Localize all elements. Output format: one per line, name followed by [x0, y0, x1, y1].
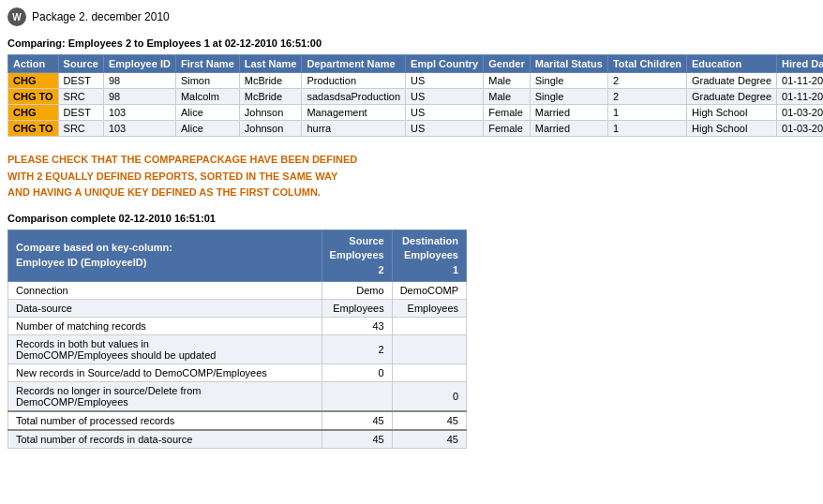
table-cell: Male — [484, 89, 531, 105]
summary-row: Total number of processed records4545 — [8, 411, 467, 430]
summary-label: Records in both but values inDemoCOMP/Em… — [8, 334, 322, 363]
table-cell: 98 — [103, 89, 175, 105]
table-cell: sadasdsaProduction — [302, 89, 406, 105]
page-title: Package 2. december 2010 — [32, 10, 170, 23]
table-cell: Married — [530, 121, 607, 137]
summary-col-dst-header: DestinationEmployees 1 — [392, 230, 466, 281]
summary-row: Records no longer in source/Delete from … — [8, 381, 467, 411]
table-cell: CHG — [8, 105, 59, 121]
table-cell: 1 — [607, 121, 686, 137]
col-employee-id: Employee ID — [103, 55, 175, 73]
summary-row: Total number of records in data-source45… — [8, 430, 467, 449]
summary-label: Connection — [8, 281, 322, 299]
summary-row: New records in Source/add to DemoCOMP/Em… — [8, 363, 467, 381]
summary-dst-val: Employees — [392, 299, 466, 317]
summary-table: Compare based on key-column:Employee ID … — [7, 230, 467, 449]
table-cell: 01-11-2008 — [777, 73, 823, 89]
summary-label: Data-source — [8, 299, 322, 317]
summary-dst-val: 45 — [392, 411, 466, 430]
summary-src-val: 45 — [322, 430, 392, 449]
table-cell: CHG TO — [8, 121, 59, 137]
table-cell: 01-03-2009 — [777, 105, 823, 121]
summary-dst-val — [392, 363, 466, 381]
table-cell: 2 — [607, 89, 686, 105]
summary-row: ConnectionDemoDemoCOMP — [8, 281, 467, 299]
summary-label: Total number of records in data-source — [8, 430, 322, 449]
summary-row: Number of matching records43 — [8, 317, 467, 334]
summary-label: New records in Source/add to DemoCOMP/Em… — [8, 363, 322, 381]
table-cell: Single — [530, 73, 607, 89]
table-cell: US — [406, 121, 484, 137]
table-cell: High School — [687, 121, 777, 137]
table-cell: Female — [484, 121, 531, 137]
summary-src-val: 0 — [322, 363, 392, 381]
summary-col-src-header: SourceEmployees 2 — [322, 230, 392, 281]
warning-text: PLEASE CHECK THAT THE COMPAREPACKAGE HAV… — [7, 152, 816, 201]
summary-src-val: 43 — [322, 317, 392, 334]
table-cell: CHG TO — [8, 89, 59, 105]
table-cell: 103 — [103, 105, 175, 121]
summary-row: Data-sourceEmployeesEmployees — [8, 299, 467, 317]
table-cell: McBride — [239, 89, 302, 105]
summary-src-val: Employees — [322, 299, 392, 317]
col-marital: Marital Status — [530, 55, 607, 73]
table-cell: McBride — [239, 73, 302, 89]
table-cell: Alice — [175, 105, 239, 121]
table-header-row: Action Source Employee ID First Name Las… — [8, 55, 824, 73]
summary-label: Records no longer in source/Delete from … — [8, 381, 322, 411]
table-cell: 1 — [607, 105, 686, 121]
table-cell: 01-11-2008 — [777, 89, 823, 105]
app-icon: W — [7, 7, 26, 26]
summary-dst-val: 45 — [392, 430, 466, 449]
table-cell: Johnson — [239, 121, 302, 137]
table-cell: CHG — [8, 73, 59, 89]
table-cell: Alice — [175, 121, 239, 137]
col-children: Total Children — [607, 55, 686, 73]
col-source: Source — [58, 55, 103, 73]
summary-src-val: 45 — [322, 411, 392, 430]
col-education: Education — [687, 55, 777, 73]
summary-col-label-header: Compare based on key-column:Employee ID … — [8, 230, 322, 281]
comparison-complete-label: Comparison complete 02-12-2010 16:51:01 — [7, 213, 816, 224]
table-row: CHGDEST103AliceJohnsonManagementUSFemale… — [8, 105, 824, 121]
table-cell: Male — [484, 73, 531, 89]
table-cell: US — [406, 73, 484, 89]
summary-dst-val — [392, 334, 466, 363]
warning-line2: WITH 2 EQUALLY DEFINED REPORTS, SORTED I… — [7, 169, 816, 185]
header-bar: W Package 2. december 2010 — [7, 7, 816, 26]
col-action: Action — [8, 55, 59, 73]
table-cell: High School — [687, 105, 777, 121]
comparing-label: Comparing: Employees 2 to Employees 1 at… — [7, 37, 816, 49]
summary-dst-val: DemoCOMP — [392, 281, 466, 299]
table-cell: Johnson — [239, 105, 302, 121]
warning-line3: AND HAVING A UNIQUE KEY DEFINED AS THE F… — [7, 185, 816, 201]
table-cell: 98 — [103, 73, 175, 89]
table-cell: SRC — [58, 121, 103, 137]
col-hired: Hired Date — [777, 55, 823, 73]
table-cell: Graduate Degree — [687, 73, 777, 89]
table-cell: Female — [484, 105, 531, 121]
col-last-name: Last Name — [239, 55, 302, 73]
table-cell: US — [406, 89, 484, 105]
col-first-name: First Name — [175, 55, 239, 73]
summary-header-row: Compare based on key-column:Employee ID … — [8, 230, 467, 281]
col-gender: Gender — [484, 55, 531, 73]
summary-dst-val: 0 — [392, 381, 466, 411]
summary-src-val — [322, 381, 392, 411]
summary-label: Total number of processed records — [8, 411, 322, 430]
summary-src-val: 2 — [322, 334, 392, 363]
col-country: Empl Country — [406, 55, 484, 73]
table-row: CHG TOSRC103AliceJohnsonhurraUSFemaleMar… — [8, 121, 824, 137]
summary-src-val: Demo — [322, 281, 392, 299]
table-cell: Management — [302, 105, 406, 121]
table-cell: Married — [530, 105, 607, 121]
data-table: Action Source Employee ID First Name Las… — [7, 54, 823, 137]
summary-label: Number of matching records — [8, 317, 322, 334]
warning-line1: PLEASE CHECK THAT THE COMPAREPACKAGE HAV… — [7, 152, 816, 169]
table-cell: Single — [530, 89, 607, 105]
table-cell: hurra — [302, 121, 406, 137]
table-row: CHGDEST98SimonMcBrideProductionUSMaleSin… — [8, 73, 824, 89]
table-cell: DEST — [58, 105, 103, 121]
table-cell: Production — [302, 73, 406, 89]
summary-dst-val — [392, 317, 466, 334]
